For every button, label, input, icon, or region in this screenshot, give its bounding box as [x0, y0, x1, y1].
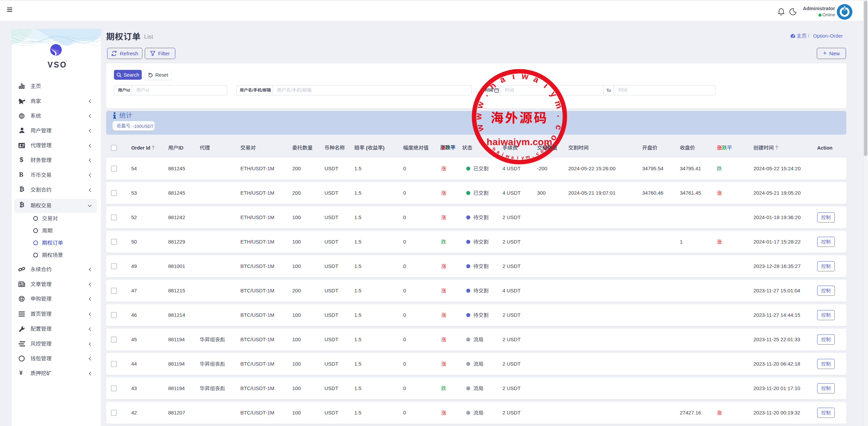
- svg-text:w: w: [474, 113, 483, 120]
- svg-text:haiwaiym.com: haiwaiym.com: [487, 137, 552, 147]
- svg-text:m: m: [525, 154, 530, 160]
- svg-text:.: .: [556, 115, 565, 117]
- svg-text:w: w: [521, 71, 529, 81]
- svg-text:y: y: [521, 155, 524, 160]
- svg-text:c: c: [535, 151, 540, 157]
- svg-text:.: .: [531, 153, 534, 158]
- svg-text:y: y: [549, 90, 559, 99]
- svg-text:i: i: [501, 152, 505, 157]
- svg-text:i: i: [517, 155, 518, 160]
- svg-text:a: a: [511, 154, 515, 160]
- svg-text:w: w: [505, 153, 510, 159]
